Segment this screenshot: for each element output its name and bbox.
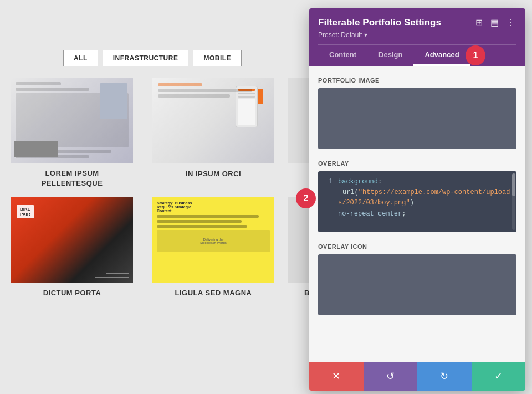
code-line-number: 1 [324,177,332,219]
redo-icon: ↻ [440,370,448,382]
portfolio-image-placeholder[interactable] [318,88,516,149]
yellow-content: Strategy: BusinessRequires StrategicCont… [152,197,274,283]
settings-panel: Filterable Portfolio Settings ⊞ ▤ ⋮ Pres… [309,8,525,391]
portfolio-thumb-3: BIKEPAIR [11,197,133,283]
portfolio-item-4[interactable]: Strategy: BusinessRequires StrategicCont… [147,197,280,308]
portfolio-thumb-2 [152,78,274,163]
portfolio-label-3: DICTUM PORTA [43,288,101,298]
mock-bar [158,89,252,92]
panel-tabs: Content Design Advanced [318,44,516,66]
step-2-label: 2 [304,193,309,203]
overlay-icon-placeholder[interactable] [318,254,516,315]
panel-preset[interactable]: Preset: Default ▾ [318,31,516,39]
code-line-1: 1 background: url("https://example.com/w… [324,177,511,219]
filter-mobile[interactable]: MOBILE [193,50,242,66]
mock-ui-2 [152,78,274,163]
undo-button[interactable]: ↺ [364,362,418,391]
panel-resize-icon[interactable]: ⊞ [474,16,484,29]
portfolio-thumb-1 [11,78,133,163]
portfolio-item-3[interactable]: BIKEPAIR DICTUM PORTA [6,197,139,308]
save-button[interactable]: ✓ [472,362,526,391]
filter-all[interactable]: ALL [63,50,98,66]
sunglasses-image [14,141,58,157]
person-image [100,83,127,119]
bike-image: BIKEPAIR [11,197,133,283]
redo-button[interactable]: ↻ [417,362,472,391]
panel-title-row: Filterable Portfolio Settings ⊞ ▤ ⋮ [318,16,516,29]
panel-layout-icon[interactable]: ▤ [489,16,500,29]
field-overlay: Overlay 1 background: url("https://examp… [318,160,516,232]
step-2-circle: 2 [296,188,316,208]
portfolio-label-2: IN IPSUM ORCI [186,169,241,179]
mock-bar [158,83,202,86]
scrollbar-thumb [512,173,515,196]
code-keyword: no-repeat center [338,210,402,218]
mock-bar [16,82,61,85]
tab-advanced[interactable]: Advanced [413,45,470,66]
step-1-label: 1 [473,50,478,60]
portfolio-label-4: LIGULA SED MAGNA [175,288,252,298]
filter-infrastructure[interactable]: INFRASTRUCTURE [103,50,189,66]
portfolio-grid: LOREM IPSUMPELLENTESQUE [6,78,332,308]
field-overlay-icon: Overlay Icon [318,243,516,315]
overlay-code-editor[interactable]: 1 background: url("https://example.com/w… [318,171,516,232]
portfolio-item-1[interactable]: LOREM IPSUMPELLENTESQUE [6,78,139,188]
panel-body: Portfolio Image Overlay 1 background: ur… [309,66,525,362]
portfolio-thumb-4: Strategy: BusinessRequires StrategicCont… [152,197,274,283]
save-icon: ✓ [494,370,503,382]
panel-icons: ⊞ ▤ ⋮ [474,16,516,29]
panel-header: Filterable Portfolio Settings ⊞ ▤ ⋮ Pres… [309,8,525,66]
field-portfolio-image: Portfolio Image [318,77,516,149]
code-url-value: "https://example.com/wp-content/uploads/… [338,188,510,207]
mock-bar [158,94,230,98]
scrollbar-track [512,173,515,230]
mock-bar [16,88,89,91]
step-1-circle: 1 [466,45,485,65]
portfolio-item-2[interactable]: IN IPSUM ORCI [147,78,280,188]
portfolio-image-label: Portfolio Image [318,77,516,84]
tab-design[interactable]: Design [367,45,413,66]
cancel-button[interactable]: ✕ [309,362,364,391]
code-content: background: url("https://example.com/wp-… [338,177,511,219]
cancel-icon: ✕ [332,370,340,382]
panel-more-icon[interactable]: ⋮ [505,16,516,29]
panel-footer: ✕ ↺ ↻ ✓ [309,362,525,391]
code-property: background [338,178,378,186]
overlay-icon-label: Overlay Icon [318,243,516,250]
panel-title: Filterable Portfolio Settings [318,17,441,28]
tab-content[interactable]: Content [318,45,367,66]
filter-bar: ALL INFRASTRUCTURE MOBILE [0,39,305,78]
portfolio-label-1: LOREM IPSUMPELLENTESQUE [42,168,103,188]
overlay-label: Overlay [318,160,516,167]
undo-icon: ↺ [386,370,395,382]
